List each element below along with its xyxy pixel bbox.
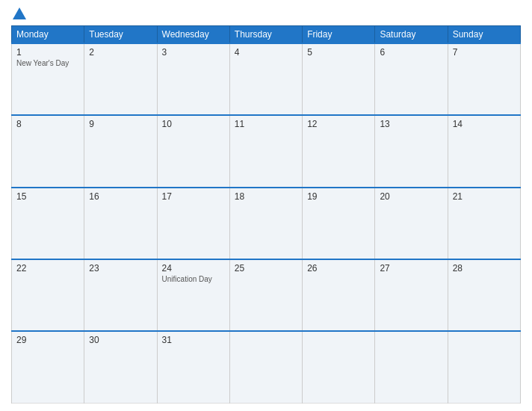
day-number: 22 [16,263,79,274]
logo [11,7,26,21]
day-number: 12 [307,119,370,129]
day-cell: 4 [229,43,302,115]
day-cell: 14 [448,115,520,187]
day-number: 11 [235,119,297,129]
day-number: 28 [453,263,516,274]
day-cell: 17 [157,188,229,259]
day-number: 9 [89,119,152,129]
calendar-wrapper: Monday Tuesday Wednesday Thursday Friday… [0,0,532,411]
holiday-label: New Year's Day [16,59,79,67]
day-number: 6 [380,47,442,58]
day-number: 7 [453,47,516,58]
day-number: 10 [162,119,225,129]
day-cell: 6 [375,43,448,115]
day-cell [303,331,375,403]
day-cell: 21 [448,188,520,259]
day-cell: 16 [84,188,157,259]
day-cell: 8 [12,115,84,187]
day-cell: 18 [229,188,302,259]
day-cell: 26 [303,259,375,331]
day-number: 29 [16,335,79,345]
day-number: 13 [380,119,442,129]
day-cell: 20 [375,188,448,259]
col-saturday: Saturday [375,26,448,44]
col-friday: Friday [303,26,375,44]
day-cell: 15 [12,188,84,259]
day-number: 30 [89,335,152,345]
day-number: 21 [453,191,516,202]
calendar-header [11,7,521,21]
calendar-body: 1New Year's Day2345678910111213141516171… [12,43,521,404]
day-number: 1 [16,47,79,58]
day-cell: 11 [229,115,302,187]
day-cell [229,331,302,403]
day-number: 15 [16,191,79,202]
calendar-table: Monday Tuesday Wednesday Thursday Friday… [11,25,521,404]
day-cell: 10 [157,115,229,187]
day-number: 8 [16,119,79,129]
week-row-2: 891011121314 [12,115,521,187]
day-number: 19 [307,191,370,202]
week-row-3: 15161718192021 [12,188,521,259]
day-cell: 7 [448,43,520,115]
day-cell: 31 [157,331,229,403]
day-number: 2 [89,47,152,58]
day-number: 5 [307,47,370,58]
days-of-week-row: Monday Tuesday Wednesday Thursday Friday… [12,26,521,44]
day-cell: 28 [448,259,520,331]
day-cell: 9 [84,115,157,187]
day-cell [375,331,448,403]
day-number: 3 [162,47,225,58]
day-number: 27 [380,263,442,274]
week-row-1: 1New Year's Day234567 [12,43,521,115]
col-monday: Monday [12,26,84,44]
day-number: 14 [453,119,516,129]
day-cell: 19 [303,188,375,259]
day-number: 25 [235,263,297,274]
day-number: 26 [307,263,370,274]
col-thursday: Thursday [229,26,302,44]
day-cell: 13 [375,115,448,187]
logo-triangle-icon [13,7,26,19]
day-cell: 2 [84,43,157,115]
day-cell: 3 [157,43,229,115]
day-cell: 29 [12,331,84,403]
calendar-header-row: Monday Tuesday Wednesday Thursday Friday… [12,26,521,44]
day-number: 18 [235,191,297,202]
day-number: 16 [89,191,152,202]
day-cell: 12 [303,115,375,187]
col-wednesday: Wednesday [157,26,229,44]
day-number: 17 [162,191,225,202]
day-cell: 27 [375,259,448,331]
day-cell: 22 [12,259,84,331]
day-cell: 5 [303,43,375,115]
week-row-5: 293031 [12,331,521,403]
col-sunday: Sunday [448,26,520,44]
day-number: 23 [89,263,152,274]
day-cell: 24Unification Day [157,259,229,331]
day-number: 31 [162,335,225,345]
day-cell: 1New Year's Day [12,43,84,115]
col-tuesday: Tuesday [84,26,157,44]
week-row-4: 222324Unification Day25262728 [12,259,521,331]
day-cell: 25 [229,259,302,331]
day-number: 24 [162,263,225,274]
day-number: 4 [235,47,297,58]
day-cell [448,331,520,403]
day-cell: 30 [84,331,157,403]
day-cell: 23 [84,259,157,331]
holiday-label: Unification Day [162,275,225,283]
day-number: 20 [380,191,442,202]
